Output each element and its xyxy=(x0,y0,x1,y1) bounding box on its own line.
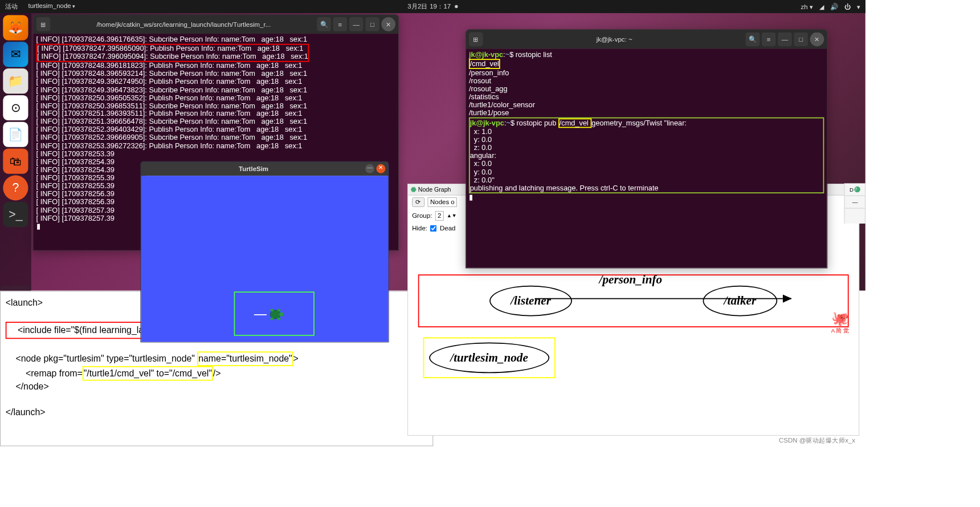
thunderbird-icon[interactable]: ✉ xyxy=(3,42,28,67)
search-button[interactable]: 🔍 xyxy=(317,17,331,31)
turtlesim-window: TurtleSim — ✕ xyxy=(140,161,389,343)
top-menu-bar: 活动 turtlesim_node 3月2日 19：17 zh ▾ ◢ 🔊 ⏻ … xyxy=(0,0,865,13)
remap-highlight: "/turtle1/cmd_vel" to="/cmd_vel" xyxy=(83,366,213,381)
svg-point-3 xyxy=(270,318,273,321)
maximize-button[interactable]: □ xyxy=(794,33,808,47)
new-tab-button[interactable]: ⊞ xyxy=(469,33,483,47)
turtlesim-titlebar[interactable]: TurtleSim — ✕ xyxy=(141,161,388,176)
svg-point-1 xyxy=(279,313,284,317)
clock[interactable]: 3月2日 19：17 xyxy=(407,2,451,11)
maximize-button[interactable]: □ xyxy=(365,17,379,31)
watermark: CSDN @驱动起爆大师x_x xyxy=(779,436,855,445)
d-button[interactable]: D? xyxy=(845,183,865,196)
minimize-button[interactable]: — xyxy=(349,17,364,31)
group-label: Group: xyxy=(412,212,432,220)
group-spinner[interactable]: 2 xyxy=(435,211,444,221)
editor-title: /home/jk/catkin_ws/src/learning_launch/l… xyxy=(52,21,315,28)
dead-label: Dead xyxy=(440,225,455,232)
name-attr-highlight: name="turtlesim_node" xyxy=(197,351,293,366)
terminal-2-title: jk@jk-vpc: ~ xyxy=(485,35,744,43)
nodes-dropdown[interactable]: Nodes o xyxy=(428,197,458,207)
power-icon[interactable]: ⏻ xyxy=(844,3,851,10)
minimize-button[interactable]: — xyxy=(778,33,792,47)
terminal-2-titlebar[interactable]: ⊞ jk@jk-vpc: ~ 🔍 ≡ — □ ✕ xyxy=(466,30,827,49)
hide-label: Hide: xyxy=(412,225,427,232)
log-line: [ INFO] [1709378246.396176635]: Subcribe… xyxy=(36,36,395,44)
turtle-sprite xyxy=(267,307,284,322)
editor-titlebar[interactable]: ⊞ /home/jk/catkin_ws/src/learning_launch… xyxy=(33,15,398,34)
terminal-window-2: ⊞ jk@jk-vpc: ~ 🔍 ≡ — □ ✕ jk@jk-vpc:~$ ro… xyxy=(466,29,828,268)
minimize-button[interactable]: — xyxy=(365,164,374,173)
refresh-button[interactable]: ⟳ xyxy=(412,197,424,207)
toolbar-button-2[interactable]: — xyxy=(845,196,865,208)
launcher-dock: 🦊 ✉ 📁 ⊙ 📄 🛍 ? >_ xyxy=(0,13,31,291)
close-button[interactable]: ✕ xyxy=(381,17,395,31)
close-button[interactable]: ✕ xyxy=(810,33,824,47)
language-indicator[interactable]: zh ▾ xyxy=(801,3,812,10)
close-button[interactable]: ✕ xyxy=(376,164,385,173)
rhythmbox-icon[interactable]: ⊙ xyxy=(3,95,28,120)
hide-dead-checkbox[interactable] xyxy=(430,225,436,232)
listener-node[interactable]: /listener xyxy=(489,286,572,317)
system-menu-caret[interactable]: ▾ xyxy=(857,3,860,10)
menu-button[interactable]: ≡ xyxy=(333,17,348,31)
rostopic-pub-highlight: jk@jk-vpc:~$ rostopic pub /cmd_vel geome… xyxy=(469,117,824,193)
svg-point-2 xyxy=(270,309,273,312)
graph-highlight-red: /listener /person_info /talker xyxy=(418,274,849,327)
turtlesim-canvas[interactable] xyxy=(141,176,388,342)
right-toolbar: D? — xyxy=(844,183,865,224)
graph-highlight-yellow: /turtlesim_node xyxy=(423,338,556,379)
mascot-icon: 🐙 A 简 觉 xyxy=(831,310,849,334)
terminal-output-2[interactable]: jk@jk-vpc:~$ rostopic list /cmd_vel /per… xyxy=(466,49,827,269)
new-tab-button[interactable]: ⊞ xyxy=(36,17,51,31)
software-icon[interactable]: 🛍 xyxy=(3,148,28,173)
edge-label: /person_info xyxy=(599,273,663,287)
menu-button[interactable]: ≡ xyxy=(762,33,776,47)
graph-edge xyxy=(535,298,791,299)
search-button[interactable]: 🔍 xyxy=(746,33,760,47)
firefox-icon[interactable]: 🦊 xyxy=(3,15,28,40)
help-icon[interactable]: ? xyxy=(3,175,28,200)
volume-icon[interactable]: 🔊 xyxy=(830,3,838,10)
svg-point-0 xyxy=(270,310,280,319)
svg-point-5 xyxy=(277,318,280,321)
turtlesim-node[interactable]: /turtlesim_node xyxy=(429,342,549,373)
network-icon[interactable]: ◢ xyxy=(819,3,824,10)
svg-point-4 xyxy=(277,309,280,312)
turtlesim-title: TurtleSim xyxy=(144,165,364,172)
activities-button[interactable]: 活动 xyxy=(5,2,18,11)
talker-node[interactable]: /talker xyxy=(703,286,778,317)
app-menu[interactable]: turtlesim_node xyxy=(28,2,75,11)
notification-dot xyxy=(455,5,458,8)
cmd-vel-highlight: /cmd_vel xyxy=(469,59,500,69)
dock-separator xyxy=(1,286,31,291)
terminal-icon[interactable]: >_ xyxy=(3,202,28,227)
turtle-trail xyxy=(254,314,267,315)
writer-icon[interactable]: 📄 xyxy=(3,122,28,147)
files-icon[interactable]: 📁 xyxy=(3,68,28,94)
